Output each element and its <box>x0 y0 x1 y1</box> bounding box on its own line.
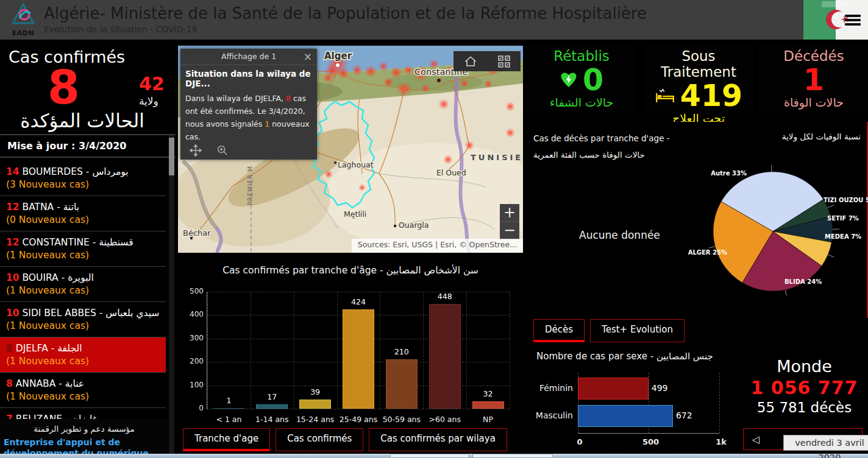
map-label-tunisie: TUNISIE <box>471 153 523 162</box>
wilayas-label: ولاية <box>139 95 158 107</box>
world-cases-count: 1 056 777 <box>741 377 868 398</box>
x-tick: 50-59 ans <box>380 415 423 424</box>
deceased-title: Décédés <box>760 46 868 64</box>
bar-value-label: 424 <box>337 297 380 306</box>
map-label-bechar: Béchar <box>183 228 211 238</box>
deceased-subtitle: حالات الوفاة <box>760 96 868 109</box>
zoom-to-icon[interactable] <box>216 144 229 157</box>
x-tick: 0 <box>572 437 588 446</box>
map-attribution: Sources: Esri, USGS | Esri, © OpenStree.… <box>352 239 523 253</box>
home-icon[interactable] <box>463 54 478 69</box>
age-bar <box>256 404 288 409</box>
sex-bar-féminin <box>578 378 649 400</box>
pie-label: TIZI OUZOU 5% <box>824 197 868 203</box>
sex-chart-title: Nombre de cas par sexe - جنس المصابين <box>536 351 713 362</box>
taskbar <box>0 454 868 458</box>
wilaya-list-item[interactable]: 12 BATNA - باتنة(0 Nouveaux cas) <box>0 196 166 231</box>
y-tick: 0 <box>180 404 204 412</box>
heart-bolt-icon <box>560 71 578 90</box>
sex-value-label: 672 <box>676 410 692 420</box>
pan-icon[interactable] <box>189 144 202 157</box>
age-plot: 01002003004005001< 1 an171-14 ans3915-24… <box>207 292 510 409</box>
confirmed-count: 8 <box>48 65 80 111</box>
recovered-card: Rétablis 0 حالات الشفاء <box>525 46 638 114</box>
age-bar <box>472 401 504 409</box>
x-tick: NP <box>466 415 510 424</box>
y-tick: 300 <box>180 334 204 342</box>
bar-value-label: 17 <box>251 392 294 401</box>
x-tick: 25-49 ans <box>337 415 380 424</box>
company-name-arabic: مؤسسة دعم و تطوير الرقمنة <box>0 419 168 434</box>
deaths-by-age-title: Cas de décès par tranche d'age - حالات ا… <box>533 130 692 163</box>
age-bar <box>213 408 244 409</box>
left-footer: مؤسسة دعم و تطوير الرقمنة Entreprise d'a… <box>0 419 168 456</box>
bar-value-label: 39 <box>294 387 337 396</box>
basemap-grid-icon[interactable] <box>497 54 511 69</box>
map-zoom-controls: + − <box>500 204 519 239</box>
under-treatment-title: Sous Traitement <box>642 46 755 80</box>
age-bar <box>343 309 374 409</box>
menu-icon[interactable] <box>845 15 861 26</box>
recovered-subtitle: حالات الشفاء <box>525 96 638 109</box>
sex-value-label: 499 <box>652 383 668 393</box>
last-updated: Mise à jour : 3/4/2020 <box>0 134 176 158</box>
deaths-by-wilaya-title: نسبة الوفيات لكل ولاية <box>782 132 861 141</box>
map-label-ouargla: Ouargla <box>399 220 429 230</box>
y-tick: 200 <box>180 357 204 365</box>
bar-value-label: 1 <box>207 396 251 405</box>
tab-cas-confirm-s[interactable]: Cas confirmés <box>276 428 363 451</box>
wilayas-count: 42 <box>139 73 165 94</box>
popup-header: Affichage de 1 <box>221 52 276 61</box>
under-treatment-card: Sous Traitement 419 تحت العلاج <box>642 46 755 114</box>
deaths-tabs: DécèsTest+ Evolution <box>533 319 685 342</box>
scrollbar-track[interactable] <box>169 135 174 457</box>
map-label-laghouat: Laghouat <box>338 160 374 169</box>
x-tick: 1k <box>713 437 729 446</box>
x-tick: >60 ans <box>423 415 466 424</box>
page-title: Algérie- Ministère de la Santé de la Pop… <box>44 4 647 23</box>
age-chart-title: Cas confirmés par tranche d'âge - سن الأ… <box>178 253 523 276</box>
taskbar-item[interactable] <box>472 454 553 458</box>
no-data-label: Aucune donnée <box>579 229 660 241</box>
close-icon[interactable]: × <box>304 49 312 65</box>
y-tick: 400 <box>180 310 204 319</box>
tab-tranche-d-age[interactable]: Tranche d'age <box>183 428 270 451</box>
taskbar-item[interactable] <box>390 454 469 458</box>
popup-body: Dans la wilaya de DJELFA, 8 cas ont été … <box>180 88 317 147</box>
wilaya-list-item[interactable]: 8 ANNABA - عنابة(1 Nouveaux cas) <box>0 373 166 408</box>
confirmed-title: Cas confirmés <box>0 41 177 66</box>
sex-bar-masculin <box>578 405 673 427</box>
tab-d-c-s[interactable]: Décès <box>533 319 585 342</box>
bar-value-label: 32 <box>466 389 510 398</box>
zoom-in-button[interactable]: + <box>500 204 519 222</box>
popup-new-count: 1 <box>265 119 269 129</box>
map-label-el-oued: El Oued <box>436 168 466 177</box>
tab-cas-confirm-s-par-wilaya[interactable]: Cas confirmés par wilaya <box>369 428 507 451</box>
logo-text: EADN <box>9 29 38 37</box>
wilaya-list-item[interactable]: 14 BOUMERDES - بومرداس(3 Nouveaux cas) <box>0 161 166 196</box>
popup-title: Situation dans la wilaya de DJE... <box>180 65 317 88</box>
prev-arrow-icon[interactable]: ◁ <box>752 434 760 445</box>
wilaya-list-item[interactable]: 10 SIDI BEL ABBES - سيدي بلعباس(1 Nouvea… <box>0 302 166 337</box>
world-deaths-count: 55 781 décès <box>741 400 868 415</box>
world-title: Monde <box>741 342 868 376</box>
tab-test-evolution[interactable]: Test+ Evolution <box>590 319 685 342</box>
wilaya-list-item[interactable]: 8 DJELFA - الجلفة(1 Nouveaux cas) <box>0 337 166 373</box>
confirmed-title-arabic: الحالات المؤكدة <box>0 110 165 132</box>
recovered-count: 0 <box>583 65 603 96</box>
scrollbar-thumb[interactable] <box>169 138 174 175</box>
deceased-card: Décédés 1 حالات الوفاة <box>760 46 868 114</box>
wilaya-list-item[interactable]: 12 CONSTANTINE - قسنطينة(1 Nouveaux cas) <box>0 231 166 267</box>
eadn-logo: EADN <box>9 2 38 38</box>
sex-category-label: Masculin <box>524 410 573 420</box>
deceased-count: 1 <box>803 65 824 96</box>
wilaya-list-item[interactable]: 10 BOUIRA - البويرة(1 Nouveaux cas) <box>0 267 166 302</box>
map-label-alger: Alger <box>324 51 352 62</box>
mid-tabs: Tranche d'ageCas confirmésCas confirmés … <box>183 428 507 451</box>
map-label-meridian: PREMIER M <box>247 166 254 205</box>
zoom-out-button[interactable]: − <box>500 222 519 239</box>
wilaya-list: 14 BOUMERDES - بومرداس(3 Nouveaux cas)12… <box>0 161 166 431</box>
map[interactable]: Alger Constantine TUNISIE El Oued Laghou… <box>178 46 523 253</box>
deaths-panel: Cas de décès par tranche d'age - حالات ا… <box>525 122 868 318</box>
under-treatment-count: 419 <box>680 81 742 111</box>
